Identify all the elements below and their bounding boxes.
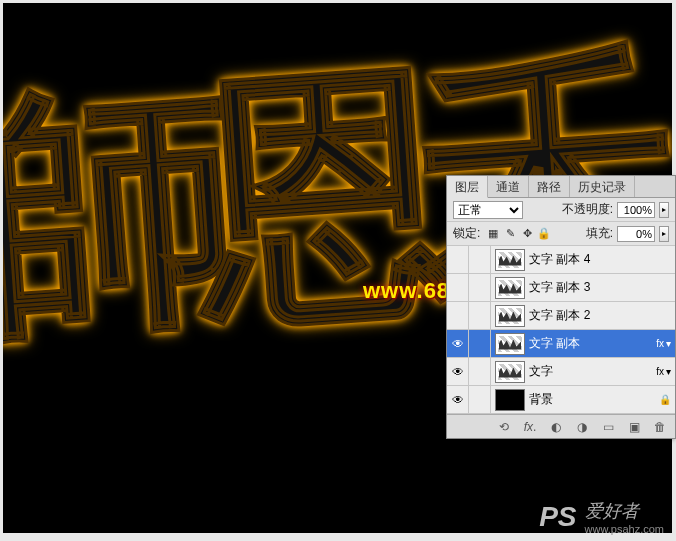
tab-history[interactable]: 历史记录 (570, 176, 635, 197)
watermark-psahz-url: www.psahz.com (585, 523, 664, 535)
layers-panel: 图层 通道 路径 历史记录 正常 不透明度: 100% ▸ 锁定: ▦ ✎ ✥ … (446, 175, 676, 439)
opacity-dropdown-icon[interactable]: ▸ (659, 202, 669, 218)
panel-tabs: 图层 通道 路径 历史记录 (447, 176, 675, 198)
lock-fill-row: 锁定: ▦ ✎ ✥ 🔒 填充: 0% ▸ (447, 222, 675, 246)
new-icon[interactable]: ▣ (625, 418, 643, 436)
chevron-down-icon[interactable]: ▾ (666, 338, 671, 349)
blend-opacity-row: 正常 不透明度: 100% ▸ (447, 198, 675, 222)
lock-icon: 🔒 (659, 394, 671, 405)
lock-all-icon[interactable]: 🔒 (537, 227, 551, 241)
fill-dropdown-icon[interactable]: ▸ (659, 226, 669, 242)
visibility-toggle[interactable] (447, 302, 469, 330)
layers-list: 文字 副本 4文字 副本 3文字 副本 2文字 副本fx▾文字fx▾背景🔒 (447, 246, 675, 414)
chevron-down-icon[interactable]: ▾ (666, 366, 671, 377)
layer-name: 背景 (529, 391, 553, 408)
visibility-toggle[interactable] (447, 246, 469, 274)
layer-right: fx▾ (656, 366, 671, 377)
layer-name: 文字 副本 2 (529, 307, 590, 324)
layer-name: 文字 副本 4 (529, 251, 590, 268)
tab-layers[interactable]: 图层 (447, 176, 488, 198)
fx-badge[interactable]: fx (656, 366, 664, 377)
layer-row[interactable]: 文字 副本 4 (447, 246, 675, 274)
fill-label: 填充: (586, 225, 613, 242)
visibility-toggle[interactable] (447, 274, 469, 302)
lock-move-icon[interactable]: ✥ (520, 227, 534, 241)
link-col[interactable] (469, 302, 491, 330)
bottom-watermark: PS 爱好者 www.psahz.com (539, 499, 664, 535)
link-col[interactable] (469, 358, 491, 386)
layer-thumbnail[interactable] (495, 277, 525, 299)
layer-right: 🔒 (659, 394, 671, 405)
link-icon[interactable]: ⟲ (495, 418, 513, 436)
panel-footer: ⟲ fx. ◐ ◑ ▭ ▣ 🗑 (447, 414, 675, 438)
trash-icon[interactable]: 🗑 (651, 418, 669, 436)
layer-row[interactable]: 背景🔒 (447, 386, 675, 414)
lock-brush-icon[interactable]: ✎ (503, 227, 517, 241)
fill-value[interactable]: 0% (617, 226, 655, 242)
adjust-icon[interactable]: ◑ (573, 418, 591, 436)
lock-icons: ▦ ✎ ✥ 🔒 (486, 227, 551, 241)
layer-name: 文字 副本 3 (529, 279, 590, 296)
visibility-toggle[interactable] (447, 358, 469, 386)
ps-logo: PS (539, 501, 576, 533)
layer-thumbnail[interactable] (495, 361, 525, 383)
layer-thumbnail[interactable] (495, 333, 525, 355)
layer-name: 文字 (529, 363, 553, 380)
layer-thumbnail[interactable] (495, 249, 525, 271)
visibility-toggle[interactable] (447, 386, 469, 414)
layer-row[interactable]: 文字fx▾ (447, 358, 675, 386)
link-col[interactable] (469, 330, 491, 358)
opacity-value[interactable]: 100% (617, 202, 655, 218)
layer-row[interactable]: 文字 副本fx▾ (447, 330, 675, 358)
tab-paths[interactable]: 路径 (529, 176, 570, 197)
link-col[interactable] (469, 274, 491, 302)
layer-right: fx▾ (656, 338, 671, 349)
lock-label: 锁定: (453, 225, 480, 242)
folder-icon[interactable]: ▭ (599, 418, 617, 436)
link-col[interactable] (469, 246, 491, 274)
layer-row[interactable]: 文字 副本 3 (447, 274, 675, 302)
fx-badge[interactable]: fx (656, 338, 664, 349)
blend-mode-select[interactable]: 正常 (453, 201, 523, 219)
opacity-label: 不透明度: (562, 201, 613, 218)
fx-icon[interactable]: fx. (521, 418, 539, 436)
layer-name: 文字 副本 (529, 335, 580, 352)
layer-thumbnail[interactable] (495, 389, 525, 411)
tab-channels[interactable]: 通道 (488, 176, 529, 197)
visibility-toggle[interactable] (447, 330, 469, 358)
layer-row[interactable]: 文字 副本 2 (447, 302, 675, 330)
watermark-cn: 爱好者 (585, 501, 639, 521)
layer-thumbnail[interactable] (495, 305, 525, 327)
lock-transparent-icon[interactable]: ▦ (486, 227, 500, 241)
mask-icon[interactable]: ◐ (547, 418, 565, 436)
link-col[interactable] (469, 386, 491, 414)
